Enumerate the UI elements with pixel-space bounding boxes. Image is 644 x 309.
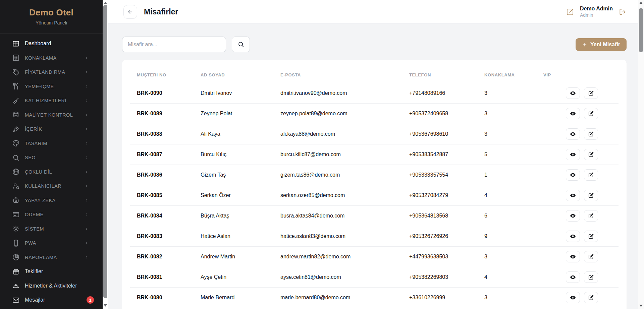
search-icon: [237, 41, 245, 48]
brand-subtitle: Yönetim Paneli: [3, 20, 99, 25]
edit-guest-button[interactable]: [584, 128, 598, 140]
chevron-right-icon: [84, 113, 89, 117]
guest-email: busra.aktas84@demo.com: [274, 206, 402, 226]
sidebar-item-hizmetler-aktiviteler[interactable]: Hizmetler & Aktiviteler: [0, 279, 103, 293]
guest-vip: [537, 104, 566, 124]
view-guest-button[interactable]: [566, 251, 580, 262]
view-guest-button[interactable]: [566, 292, 580, 303]
guest-email: ayse.cetin81@demo.com: [274, 267, 402, 288]
guest-stays: 3: [478, 247, 537, 267]
sidebar-item-raporlama[interactable]: RAPORLAMA: [0, 250, 103, 265]
guest-no: BRK-0086: [130, 165, 194, 185]
guest-name: Serkan Özer: [194, 185, 274, 206]
edit-icon: [588, 192, 594, 198]
guest-email: gizem.tas86@demo.com: [274, 165, 402, 185]
edit-guest-button[interactable]: [584, 108, 598, 119]
page-scroll-down-arrow-icon[interactable]: [639, 305, 643, 307]
view-guest-button[interactable]: [566, 169, 580, 181]
view-guest-button[interactable]: [566, 108, 580, 119]
sidebar-item-mali-yet-kontrol[interactable]: MALİYET KONTROL: [0, 108, 103, 122]
user-info: Demo Admin Admin: [580, 6, 613, 17]
row-actions: [566, 206, 619, 226]
sidebar-item-dashboard[interactable]: Dashboard: [0, 37, 103, 51]
table-row: BRK-0089Zeynep Polatzeynep.polat89@demo.…: [130, 104, 619, 124]
view-guest-button[interactable]: [566, 210, 580, 222]
sidebar-item-teklifler[interactable]: Teklifler: [0, 264, 103, 279]
edit-guest-button[interactable]: [584, 271, 598, 283]
edit-guest-button[interactable]: [584, 210, 598, 222]
new-guest-button[interactable]: Yeni Misafir: [576, 38, 627, 51]
sidebar-item-konaklama[interactable]: KONAKLAMA: [0, 51, 103, 65]
dashboard-icon: [12, 40, 20, 48]
toolbar: Yeni Misafir: [122, 37, 627, 52]
view-guest-button[interactable]: [566, 190, 580, 201]
column-header-m-teri-no: MÜŞTERİ NO: [130, 62, 194, 83]
edit-guest-button[interactable]: [584, 231, 598, 242]
sidebar-item-si-stem[interactable]: SİSTEM: [0, 222, 103, 236]
sidebar-item-i-eri-k[interactable]: İÇERİK: [0, 122, 103, 136]
sidebar-item-yapay-zeka[interactable]: YAPAY ZEKA: [0, 193, 103, 208]
sidebar-item-fi-yatlandirma[interactable]: FİYATLANDIRMA: [0, 65, 103, 79]
table-row: BRK-0083Hatice Aslanhatice.aslan83@demo.…: [130, 226, 619, 247]
sidebar-scrollbar-thumb[interactable]: [103, 5, 107, 298]
guest-stays: 3: [478, 288, 537, 308]
external-link-icon[interactable]: [566, 8, 574, 16]
edit-guest-button[interactable]: [584, 87, 598, 99]
sidebar-item-label: FİYATLANDIRMA: [25, 69, 65, 75]
eye-icon: [570, 111, 576, 117]
edit-guest-button[interactable]: [584, 169, 598, 181]
sidebar-item-yeme-i-me[interactable]: YEME-İÇME: [0, 79, 103, 94]
eye-icon: [570, 192, 576, 198]
sidebar-item-oklu-di-l[interactable]: ÇOKLU DİL: [0, 165, 103, 179]
brand: Demo Otel Yönetim Paneli: [0, 0, 103, 34]
search-button[interactable]: [232, 37, 250, 52]
chevron-right-icon: [84, 155, 89, 160]
view-guest-button[interactable]: [566, 231, 580, 242]
page-scroll-up-arrow-icon[interactable]: [639, 2, 643, 4]
scroll-down-arrow-icon[interactable]: [104, 304, 107, 307]
sidebar-item-pwa[interactable]: PWA: [0, 236, 103, 250]
new-guest-button-label: Yeni Misafir: [590, 42, 620, 48]
page-scrollbar[interactable]: [638, 0, 644, 309]
view-guest-button[interactable]: [566, 87, 580, 99]
row-actions: [566, 288, 619, 308]
app-window: Demo Otel Yönetim Paneli DashboardKONAKL…: [0, 0, 644, 309]
back-button[interactable]: [123, 5, 137, 19]
guest-email: andrew.martin82@demo.com: [274, 247, 402, 267]
sidebar-item-kullanicilar[interactable]: KULLANICILAR: [0, 179, 103, 193]
edit-guest-button[interactable]: [584, 292, 598, 303]
scroll-up-arrow-icon[interactable]: [104, 2, 107, 4]
guests-table: MÜŞTERİ NOAD SOYADE-POSTATELEFONKONAKLAM…: [130, 62, 619, 308]
sidebar-scrollbar[interactable]: [103, 0, 108, 309]
logout-icon[interactable]: [619, 8, 627, 16]
tag-icon: [12, 68, 20, 76]
chevron-right-icon: [84, 98, 89, 103]
row-actions: [566, 185, 619, 206]
sidebar-item-deme[interactable]: ÖDEME: [0, 207, 103, 222]
search-input[interactable]: [122, 37, 226, 52]
guest-vip: [537, 185, 566, 206]
sidebar-item-seo[interactable]: SEO: [0, 150, 103, 165]
guest-phone: +905367698610: [402, 124, 478, 144]
view-guest-button[interactable]: [566, 128, 580, 140]
guest-vip: [537, 144, 566, 165]
guest-phone: +905383542887: [402, 144, 478, 165]
plus-icon: [582, 42, 587, 47]
sidebar-item-kat-hi-zmetleri[interactable]: KAT HİZMETLERİ: [0, 94, 103, 108]
page-scrollbar-thumb[interactable]: [639, 8, 643, 52]
guest-stays: 1: [478, 165, 537, 185]
sidebar-item-label: RAPORLAMA: [25, 255, 57, 260]
view-guest-button[interactable]: [566, 149, 580, 160]
guest-phone: +447993638503: [402, 247, 478, 267]
edit-guest-button[interactable]: [584, 251, 598, 262]
sidebar-item-mesajlar[interactable]: Mesajlar1: [0, 293, 103, 307]
view-guest-button[interactable]: [566, 271, 580, 283]
sidebar-item-label: KULLANICILAR: [25, 183, 61, 189]
guest-vip: [537, 206, 566, 226]
edit-guest-button[interactable]: [584, 190, 598, 201]
chevron-right-icon: [84, 241, 89, 245]
guest-vip: [537, 226, 566, 247]
guest-name: Hatice Aslan: [194, 226, 274, 247]
edit-guest-button[interactable]: [584, 149, 598, 160]
sidebar-item-tasarim[interactable]: TASARIM: [0, 136, 103, 151]
